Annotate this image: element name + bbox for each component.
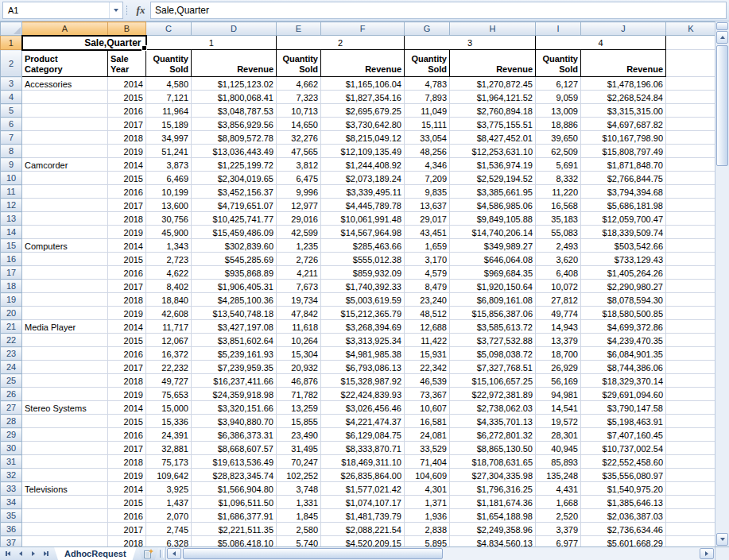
value-cell[interactable]: $2,268,524.84	[581, 91, 666, 104]
value-cell[interactable]: 56,169	[536, 374, 581, 388]
value-cell[interactable]: 24,081	[405, 428, 450, 442]
value-cell[interactable]: $5,601,668.29	[581, 536, 666, 547]
value-cell[interactable]: $1,096,511.50	[192, 496, 277, 509]
year-cell[interactable]: 2015	[108, 91, 146, 104]
value-cell[interactable]: $859,932.09	[321, 266, 405, 280]
category-cell[interactable]	[22, 455, 108, 469]
value-cell[interactable]: 3,620	[536, 253, 581, 266]
value-cell[interactable]: 7,209	[405, 172, 450, 185]
value-cell[interactable]: $10,061,991.48	[321, 212, 405, 226]
value-cell[interactable]: $3,048,787.53	[192, 104, 277, 118]
horizontal-scroll-thumb[interactable]	[183, 548, 443, 559]
value-cell[interactable]: 2,580	[277, 523, 321, 536]
value-cell[interactable]: 2,520	[536, 509, 581, 523]
category-cell[interactable]	[22, 104, 108, 118]
value-cell[interactable]: 16,581	[405, 415, 450, 428]
value-cell[interactable]: $15,856,387.06	[450, 307, 536, 320]
value-cell[interactable]: 39,650	[536, 131, 581, 145]
value-cell[interactable]: $3,385,661.95	[450, 185, 536, 199]
value-cell[interactable]: 75,653	[146, 388, 192, 401]
value-cell[interactable]: 5,691	[536, 158, 581, 172]
year-cell[interactable]: 2015	[108, 172, 146, 185]
category-cell[interactable]	[22, 145, 108, 158]
value-cell[interactable]: $4,335,701.13	[450, 415, 536, 428]
value-cell[interactable]: 13,600	[146, 199, 192, 212]
row-header-7[interactable]: 7	[1, 131, 22, 145]
empty-cell[interactable]	[666, 536, 715, 547]
empty-cell[interactable]	[666, 118, 715, 131]
value-cell[interactable]: $2,221,511.35	[192, 523, 277, 536]
empty-cell[interactable]	[666, 320, 715, 334]
empty-cell[interactable]	[666, 496, 715, 509]
value-cell[interactable]: 14,943	[536, 320, 581, 334]
header-revenue-q2[interactable]: Revenue	[321, 50, 405, 77]
category-cell[interactable]: Stereo Systems	[22, 401, 108, 415]
value-cell[interactable]: $3,730,642.80	[321, 118, 405, 131]
value-cell[interactable]: 5,895	[405, 536, 450, 547]
value-cell[interactable]: 4,301	[405, 482, 450, 496]
value-cell[interactable]: $15,106,657.25	[450, 374, 536, 388]
value-cell[interactable]: 34,997	[146, 131, 192, 145]
value-cell[interactable]: 7,893	[405, 91, 450, 104]
value-cell[interactable]: $6,084,901.35	[581, 347, 666, 361]
year-cell[interactable]: 2014	[108, 401, 146, 415]
row-header-34[interactable]: 34	[1, 496, 22, 509]
value-cell[interactable]: 2,726	[277, 253, 321, 266]
year-cell[interactable]: 2016	[108, 185, 146, 199]
empty-cell[interactable]	[666, 185, 715, 199]
value-cell[interactable]: 109,642	[146, 469, 192, 482]
value-cell[interactable]: 4,662	[277, 77, 321, 91]
header-product-category[interactable]: Product Category	[22, 50, 108, 77]
value-cell[interactable]: 4,211	[277, 266, 321, 280]
column-header-i[interactable]: I	[536, 22, 581, 36]
value-cell[interactable]: $3,339,495.11	[321, 185, 405, 199]
category-cell[interactable]	[22, 131, 108, 145]
value-cell[interactable]: 48,256	[405, 145, 450, 158]
year-cell[interactable]: 2016	[108, 347, 146, 361]
value-cell[interactable]: $545,285.69	[192, 253, 277, 266]
empty-cell[interactable]	[666, 307, 715, 320]
value-cell[interactable]: $1,566,904.80	[192, 482, 277, 496]
value-cell[interactable]: 12,977	[277, 199, 321, 212]
quarter-3-cell[interactable]: 3	[405, 36, 536, 50]
value-cell[interactable]: $14,567,964.98	[321, 226, 405, 239]
value-cell[interactable]: $2,738,062.03	[450, 401, 536, 415]
year-cell[interactable]: 2015	[108, 496, 146, 509]
value-cell[interactable]: $7,407,160.45	[581, 428, 666, 442]
empty-cell[interactable]	[666, 212, 715, 226]
category-cell[interactable]	[22, 199, 108, 212]
value-cell[interactable]: $28,823,345.74	[192, 469, 277, 482]
value-cell[interactable]: $4,697,687.82	[581, 118, 666, 131]
row-header-11[interactable]: 11	[1, 185, 22, 199]
value-cell[interactable]: $29,691,094.60	[581, 388, 666, 401]
value-cell[interactable]: 51,241	[146, 145, 192, 158]
value-cell[interactable]: $8,668,607.57	[192, 442, 277, 455]
category-cell[interactable]	[22, 226, 108, 239]
row-header-17[interactable]: 17	[1, 266, 22, 280]
fill-handle[interactable]	[142, 45, 147, 51]
value-cell[interactable]: $555,012.38	[321, 253, 405, 266]
value-cell[interactable]: 3,170	[405, 253, 450, 266]
value-cell[interactable]: 12,688	[405, 320, 450, 334]
year-cell[interactable]: 2014	[108, 239, 146, 253]
empty-cell[interactable]	[666, 455, 715, 469]
row-header-2[interactable]: 2	[1, 50, 22, 77]
value-cell[interactable]: 15,304	[277, 347, 321, 361]
value-cell[interactable]: 7,323	[277, 91, 321, 104]
value-cell[interactable]: 15,336	[146, 415, 192, 428]
value-cell[interactable]: $1,577,021.42	[321, 482, 405, 496]
value-cell[interactable]: $6,809,161.08	[450, 293, 536, 307]
year-cell[interactable]: 2016	[108, 104, 146, 118]
value-cell[interactable]: 11,220	[536, 185, 581, 199]
year-cell[interactable]: 2015	[108, 253, 146, 266]
row-header-23[interactable]: 23	[1, 347, 22, 361]
value-cell[interactable]: $2,760,894.18	[450, 104, 536, 118]
value-cell[interactable]: 47,565	[277, 145, 321, 158]
row-header-21[interactable]: 21	[1, 320, 22, 334]
value-cell[interactable]: 1,936	[405, 509, 450, 523]
year-cell[interactable]: 2014	[108, 320, 146, 334]
empty-cell[interactable]	[666, 50, 715, 77]
value-cell[interactable]: 62,509	[536, 145, 581, 158]
value-cell[interactable]: $1,740,392.33	[321, 280, 405, 293]
value-cell[interactable]: 12,067	[146, 334, 192, 347]
